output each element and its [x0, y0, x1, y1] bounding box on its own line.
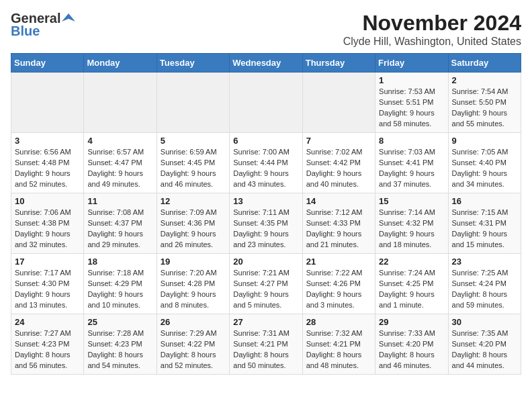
calendar-cell: 18Sunrise: 7:18 AMSunset: 4:29 PMDayligh… — [84, 254, 157, 314]
day-number: 5 — [161, 136, 226, 146]
calendar-cell — [157, 73, 229, 133]
day-number: 17 — [15, 257, 80, 267]
calendar-cell: 22Sunrise: 7:24 AMSunset: 4:25 PMDayligh… — [375, 254, 448, 314]
calendar-cell: 25Sunrise: 7:28 AMSunset: 4:23 PMDayligh… — [84, 314, 157, 375]
day-number: 22 — [379, 257, 444, 267]
calendar-cell — [11, 73, 84, 133]
day-number: 3 — [15, 136, 80, 146]
calendar-week-5: 24Sunrise: 7:27 AMSunset: 4:23 PMDayligh… — [11, 314, 521, 375]
calendar-week-1: 1Sunrise: 7:53 AMSunset: 5:51 PMDaylight… — [11, 73, 521, 133]
day-info: Sunrise: 7:03 AMSunset: 4:41 PMDaylight:… — [379, 147, 444, 190]
calendar-cell: 4Sunrise: 6:57 AMSunset: 4:47 PMDaylight… — [84, 133, 157, 193]
day-number: 9 — [452, 136, 517, 146]
day-number: 25 — [87, 317, 152, 327]
day-number: 2 — [452, 75, 517, 85]
day-info: Sunrise: 7:17 AMSunset: 4:30 PMDaylight:… — [15, 268, 80, 311]
calendar-header-row: SundayMondayTuesdayWednesdayThursdayFrid… — [11, 54, 521, 73]
day-number: 28 — [306, 317, 371, 327]
calendar-cell: 26Sunrise: 7:29 AMSunset: 4:22 PMDayligh… — [157, 314, 229, 375]
day-info: Sunrise: 7:02 AMSunset: 4:42 PMDaylight:… — [306, 147, 371, 190]
day-number: 10 — [15, 196, 80, 206]
month-year-title: November 2024 — [343, 11, 521, 36]
calendar-cell: 15Sunrise: 7:14 AMSunset: 4:32 PMDayligh… — [375, 193, 448, 254]
calendar-cell — [302, 73, 375, 133]
calendar-cell: 10Sunrise: 7:06 AMSunset: 4:38 PMDayligh… — [11, 193, 84, 254]
calendar-cell: 17Sunrise: 7:17 AMSunset: 4:30 PMDayligh… — [11, 254, 84, 314]
calendar-cell: 13Sunrise: 7:11 AMSunset: 4:35 PMDayligh… — [230, 193, 302, 254]
day-info: Sunrise: 7:00 AMSunset: 4:44 PMDaylight:… — [233, 147, 298, 190]
header: General Blue November 2024 Clyde Hill, W… — [11, 11, 521, 48]
day-number: 24 — [15, 317, 80, 327]
day-info: Sunrise: 7:35 AMSunset: 4:20 PMDaylight:… — [452, 328, 517, 371]
day-info: Sunrise: 7:29 AMSunset: 4:22 PMDaylight:… — [161, 328, 226, 371]
calendar-cell — [84, 73, 157, 133]
calendar-cell: 29Sunrise: 7:33 AMSunset: 4:20 PMDayligh… — [375, 314, 448, 375]
calendar-cell: 14Sunrise: 7:12 AMSunset: 4:33 PMDayligh… — [302, 193, 375, 254]
calendar-cell: 6Sunrise: 7:00 AMSunset: 4:44 PMDaylight… — [230, 133, 302, 193]
header-day-thursday: Thursday — [302, 54, 375, 73]
calendar-cell — [230, 73, 302, 133]
day-info: Sunrise: 7:20 AMSunset: 4:28 PMDaylight:… — [161, 268, 226, 311]
day-number: 21 — [306, 257, 371, 267]
calendar-cell: 12Sunrise: 7:09 AMSunset: 4:36 PMDayligh… — [157, 193, 229, 254]
day-info: Sunrise: 7:15 AMSunset: 4:31 PMDaylight:… — [452, 208, 517, 250]
day-info: Sunrise: 7:14 AMSunset: 4:32 PMDaylight:… — [379, 208, 444, 250]
logo-blue-text: Blue — [11, 24, 40, 39]
day-info: Sunrise: 7:24 AMSunset: 4:25 PMDaylight:… — [379, 268, 444, 311]
title-section: November 2024 Clyde Hill, Washington, Un… — [343, 11, 521, 48]
day-number: 12 — [161, 196, 226, 206]
calendar-cell: 2Sunrise: 7:54 AMSunset: 5:50 PMDaylight… — [448, 73, 521, 133]
calendar-cell: 16Sunrise: 7:15 AMSunset: 4:31 PMDayligh… — [448, 193, 521, 254]
day-info: Sunrise: 7:28 AMSunset: 4:23 PMDaylight:… — [87, 328, 152, 371]
calendar-cell: 27Sunrise: 7:31 AMSunset: 4:21 PMDayligh… — [230, 314, 302, 375]
day-info: Sunrise: 7:05 AMSunset: 4:40 PMDaylight:… — [452, 147, 517, 190]
day-info: Sunrise: 7:25 AMSunset: 4:24 PMDaylight:… — [452, 268, 517, 311]
day-info: Sunrise: 7:31 AMSunset: 4:21 PMDaylight:… — [233, 328, 298, 371]
header-day-wednesday: Wednesday — [230, 54, 302, 73]
calendar-cell: 19Sunrise: 7:20 AMSunset: 4:28 PMDayligh… — [157, 254, 229, 314]
calendar-week-3: 10Sunrise: 7:06 AMSunset: 4:38 PMDayligh… — [11, 193, 521, 254]
day-info: Sunrise: 7:21 AMSunset: 4:27 PMDaylight:… — [233, 268, 298, 311]
header-day-monday: Monday — [84, 54, 157, 73]
day-number: 20 — [233, 257, 298, 267]
day-number: 6 — [233, 136, 298, 146]
calendar-cell: 8Sunrise: 7:03 AMSunset: 4:41 PMDaylight… — [375, 133, 448, 193]
calendar-table: SundayMondayTuesdayWednesdayThursdayFrid… — [11, 53, 521, 375]
day-info: Sunrise: 7:18 AMSunset: 4:29 PMDaylight:… — [87, 268, 152, 311]
svg-marker-0 — [62, 13, 75, 21]
calendar-cell: 21Sunrise: 7:22 AMSunset: 4:26 PMDayligh… — [302, 254, 375, 314]
day-number: 7 — [306, 136, 371, 146]
calendar-cell: 3Sunrise: 6:56 AMSunset: 4:48 PMDaylight… — [11, 133, 84, 193]
day-info: Sunrise: 7:27 AMSunset: 4:23 PMDaylight:… — [15, 328, 80, 371]
day-info: Sunrise: 7:11 AMSunset: 4:35 PMDaylight:… — [233, 208, 298, 250]
day-number: 15 — [379, 196, 444, 206]
day-number: 18 — [87, 257, 152, 267]
day-number: 8 — [379, 136, 444, 146]
header-day-tuesday: Tuesday — [157, 54, 229, 73]
day-info: Sunrise: 7:06 AMSunset: 4:38 PMDaylight:… — [15, 208, 80, 250]
day-number: 29 — [379, 317, 444, 327]
day-number: 27 — [233, 317, 298, 327]
day-info: Sunrise: 7:32 AMSunset: 4:21 PMDaylight:… — [306, 328, 371, 371]
day-info: Sunrise: 6:57 AMSunset: 4:47 PMDaylight:… — [87, 147, 152, 190]
day-info: Sunrise: 7:33 AMSunset: 4:20 PMDaylight:… — [379, 328, 444, 371]
day-number: 16 — [452, 196, 517, 206]
day-number: 4 — [87, 136, 152, 146]
calendar-cell: 11Sunrise: 7:08 AMSunset: 4:37 PMDayligh… — [84, 193, 157, 254]
day-info: Sunrise: 7:54 AMSunset: 5:50 PMDaylight:… — [452, 87, 517, 130]
calendar-week-4: 17Sunrise: 7:17 AMSunset: 4:30 PMDayligh… — [11, 254, 521, 314]
location-subtitle: Clyde Hill, Washington, United States — [343, 36, 521, 48]
day-number: 19 — [161, 257, 226, 267]
calendar-cell: 5Sunrise: 6:59 AMSunset: 4:45 PMDaylight… — [157, 133, 229, 193]
calendar-cell: 1Sunrise: 7:53 AMSunset: 5:51 PMDaylight… — [375, 73, 448, 133]
day-info: Sunrise: 7:22 AMSunset: 4:26 PMDaylight:… — [306, 268, 371, 311]
day-number: 11 — [87, 196, 152, 206]
calendar-body: 1Sunrise: 7:53 AMSunset: 5:51 PMDaylight… — [11, 73, 521, 375]
day-number: 23 — [452, 257, 517, 267]
day-number: 30 — [452, 317, 517, 327]
calendar-week-2: 3Sunrise: 6:56 AMSunset: 4:48 PMDaylight… — [11, 133, 521, 193]
day-info: Sunrise: 6:59 AMSunset: 4:45 PMDaylight:… — [161, 147, 226, 190]
day-number: 1 — [379, 75, 444, 85]
calendar-cell: 30Sunrise: 7:35 AMSunset: 4:20 PMDayligh… — [448, 314, 521, 375]
day-info: Sunrise: 7:08 AMSunset: 4:37 PMDaylight:… — [87, 208, 152, 250]
